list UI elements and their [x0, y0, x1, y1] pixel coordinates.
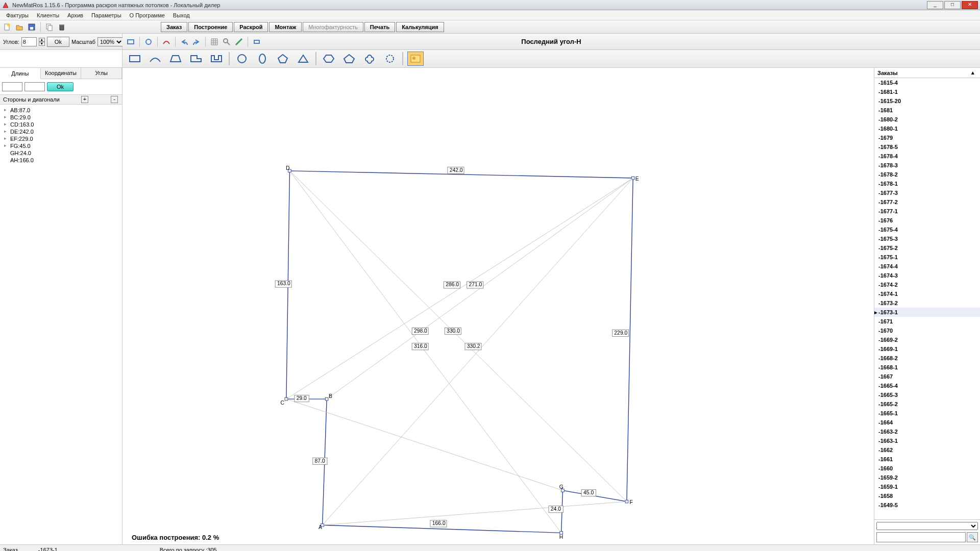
order-item[interactable]: -1674-1: [874, 289, 980, 298]
tree-item[interactable]: GH:24.0: [3, 149, 119, 157]
order-item[interactable]: -1675-1: [874, 253, 980, 262]
order-item[interactable]: -1678-2: [874, 170, 980, 179]
fit-icon[interactable]: [252, 37, 262, 47]
order-item[interactable]: -1659-2: [874, 473, 980, 482]
tree-item[interactable]: AH:166.0: [3, 157, 119, 164]
order-item[interactable]: -1680-2: [874, 115, 980, 124]
order-item[interactable]: -1668-1: [874, 363, 980, 372]
minimize-button[interactable]: _: [927, 1, 943, 9]
grid-icon[interactable]: [209, 37, 219, 47]
order-item[interactable]: -1678-1: [874, 179, 980, 188]
menu-params[interactable]: Параметры: [87, 11, 126, 19]
left-tab-angles[interactable]: Углы: [81, 68, 122, 79]
order-item[interactable]: -1678-5: [874, 142, 980, 152]
order-item[interactable]: -1663-2: [874, 427, 980, 436]
undo-icon[interactable]: [179, 37, 189, 47]
corners-ok-button[interactable]: Ok: [47, 37, 69, 47]
tab-cutting[interactable]: Раскрой: [234, 22, 268, 32]
length-input-2[interactable]: [24, 82, 45, 91]
order-item[interactable]: -1658: [874, 491, 980, 500]
scale-select[interactable]: 100%: [97, 37, 124, 46]
order-item[interactable]: -1673-2: [874, 298, 980, 308]
order-item[interactable]: -1662: [874, 445, 980, 455]
tree-item[interactable]: FG:45.0: [3, 142, 119, 149]
order-item[interactable]: -1670: [874, 326, 980, 335]
orders-search-button[interactable]: 🔍: [967, 532, 978, 542]
order-item[interactable]: -1680-1: [874, 124, 980, 133]
menu-clients[interactable]: Клиенты: [33, 11, 63, 19]
corners-input[interactable]: [21, 37, 37, 46]
tool-rect-icon[interactable]: [126, 37, 136, 47]
length-input-1[interactable]: [2, 82, 22, 91]
menu-exit[interactable]: Выход: [169, 11, 194, 19]
order-item[interactable]: -1674-3: [874, 271, 980, 280]
copy-icon[interactable]: [44, 22, 55, 32]
menu-archive[interactable]: Архив: [63, 11, 87, 19]
tree-item[interactable]: DE:242.0: [3, 128, 119, 135]
tool-curve-icon[interactable]: [161, 37, 172, 47]
shape-pentagon-icon[interactable]: [275, 52, 291, 66]
order-item[interactable]: -1673-1: [874, 308, 980, 317]
shape-lshape-icon[interactable]: [188, 52, 204, 66]
tab-calculation[interactable]: Калькуляция: [396, 22, 444, 32]
tree-item[interactable]: AB:87.0: [3, 107, 119, 114]
order-item[interactable]: -1660: [874, 464, 980, 473]
order-item[interactable]: -1681-1: [874, 87, 980, 96]
order-item[interactable]: -1677-3: [874, 188, 980, 197]
delete-icon[interactable]: [57, 22, 67, 32]
tab-mounting[interactable]: Монтаж: [269, 22, 302, 32]
shape-custom-icon[interactable]: [407, 52, 424, 66]
order-item[interactable]: -1667: [874, 372, 980, 381]
scroll-up-icon[interactable]: ▴: [969, 69, 977, 76]
spin-down-icon[interactable]: ▼: [39, 42, 45, 46]
shape-ushape-icon[interactable]: [208, 52, 225, 66]
tree-item[interactable]: BC:29.0: [3, 114, 119, 121]
drawing-canvas[interactable]: AB CD EF GH 87.0 29.0 163.0 242.0 229.0 …: [122, 68, 874, 544]
orders-search-input[interactable]: [876, 532, 966, 542]
orders-filter-select[interactable]: [876, 522, 978, 530]
save-icon[interactable]: [27, 22, 37, 32]
order-item[interactable]: -1665-1: [874, 409, 980, 418]
order-item[interactable]: -1679: [874, 133, 980, 142]
order-item[interactable]: -1663-1: [874, 436, 980, 445]
shape-clover-icon[interactable]: [361, 52, 378, 66]
order-item[interactable]: -1676: [874, 216, 980, 225]
order-item[interactable]: -1671: [874, 317, 980, 326]
order-item[interactable]: -1649-5: [874, 500, 980, 510]
tree-item[interactable]: EF:229.0: [3, 135, 119, 142]
order-item[interactable]: -1659-1: [874, 482, 980, 491]
tab-order[interactable]: Заказ: [161, 22, 187, 32]
shape-triangle-icon[interactable]: [295, 52, 311, 66]
spin-up-icon[interactable]: ▲: [39, 38, 45, 42]
orders-list[interactable]: -1615-4-1681-1-1615-20-1681-1680-2-1680-…: [874, 78, 980, 519]
order-item[interactable]: -1661: [874, 455, 980, 464]
order-item[interactable]: -1668-2: [874, 354, 980, 363]
menu-factures[interactable]: Фактуры: [2, 11, 33, 19]
shape-rectangle-icon[interactable]: [127, 52, 143, 66]
shape-hexagon-icon[interactable]: [321, 52, 337, 66]
measure-icon[interactable]: [234, 37, 244, 47]
length-ok-button[interactable]: Ok: [47, 82, 74, 91]
order-item[interactable]: -1669-2: [874, 335, 980, 344]
order-item[interactable]: -1677-2: [874, 197, 980, 207]
order-item[interactable]: -1678-4: [874, 152, 980, 161]
shape-arc-icon[interactable]: [147, 52, 163, 66]
order-item[interactable]: -1669-1: [874, 344, 980, 354]
order-item[interactable]: -1675-3: [874, 234, 980, 243]
shape-trapezoid-icon[interactable]: [167, 52, 184, 66]
shape-ellipse-icon[interactable]: [254, 52, 271, 66]
zoom-icon[interactable]: [222, 37, 232, 47]
order-item[interactable]: -1675-4: [874, 225, 980, 234]
tree-item[interactable]: CD:163.0: [3, 121, 119, 128]
order-item[interactable]: -1678-3: [874, 161, 980, 170]
expand-button[interactable]: +: [81, 96, 88, 103]
redo-icon[interactable]: [191, 37, 202, 47]
tool-circle-icon[interactable]: [143, 37, 154, 47]
order-item[interactable]: -1664: [874, 418, 980, 427]
order-item[interactable]: -1675-2: [874, 243, 980, 253]
menu-about[interactable]: О Программе: [126, 11, 169, 19]
tab-construction[interactable]: Построение: [188, 22, 233, 32]
shape-circle-icon[interactable]: [234, 52, 250, 66]
shape-pentagon2-icon[interactable]: [341, 52, 357, 66]
order-item[interactable]: -1681: [874, 106, 980, 115]
